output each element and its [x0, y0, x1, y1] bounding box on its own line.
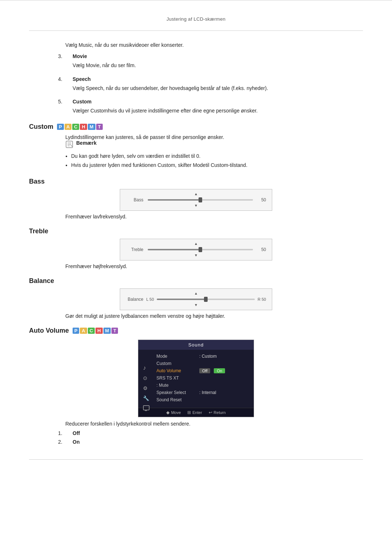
treble-heading-text: Treble: [29, 227, 48, 235]
osd-panel-wrapper: Sound ♪ ⊙: [29, 340, 363, 417]
note-icon: [65, 140, 73, 148]
bass-slider-fill: [148, 199, 200, 201]
osd-key-srs: SRS TS XT: [156, 376, 196, 381]
treble-desc-text: Fremhæver højfrekvenslyd.: [65, 263, 363, 269]
osd-footer-move: ◆ Move: [166, 410, 181, 415]
divider-bottom: [29, 459, 363, 460]
item-5-num: 5.: [58, 99, 73, 104]
custom-heading: Custom P A C H M T: [29, 123, 363, 131]
bass-desc-text: Fremhæver lavfrekvenslyd.: [65, 214, 363, 219]
osd-key-mute: : Mute: [156, 383, 196, 388]
svg-text:🔧: 🔧: [143, 395, 150, 401]
balance-slider-row: Balance L 50 R 50: [126, 297, 266, 302]
osd-key-mode: Mode: [156, 354, 196, 359]
balance-arrow-down: ▼: [194, 303, 198, 307]
osd-row-auto-volume: Auto Volume Off On: [156, 367, 225, 374]
osd-row-mode: Mode : Custom: [156, 353, 225, 360]
av-badge-P: P: [73, 328, 79, 334]
treble-slider-value: 50: [257, 247, 266, 252]
av-item-1-num: 1.: [58, 430, 73, 436]
svg-rect-8: [143, 406, 149, 410]
osd-footer-enter-icon: ⊞: [187, 410, 191, 415]
item-4-num: 4.: [58, 76, 73, 82]
treble-heading: Treble: [29, 227, 363, 235]
item-3-num: 3.: [58, 53, 73, 59]
treble-slider-track[interactable]: [148, 249, 253, 250]
balance-right-label: R 50: [258, 297, 266, 301]
treble-slider-fill: [148, 249, 200, 250]
auto-volume-badge-row: P A C H M T: [73, 328, 118, 334]
item-5: 5. Custom: [58, 99, 363, 104]
osd-val-mode: : Custom: [199, 354, 217, 359]
bass-arrow-up: ▲: [194, 192, 198, 196]
av-item-2-num: 2.: [58, 439, 73, 445]
av-item-2-label: On: [73, 439, 79, 445]
balance-heading: Balance: [29, 277, 363, 285]
osd-row-speaker: Speaker Select : Internal: [156, 389, 225, 396]
osd-body: Mode : Custom Custom Auto Volume Off On …: [138, 350, 232, 408]
osd-icon-settings: ⊙: [143, 374, 151, 381]
auto-volume-heading-text: Auto Volume: [29, 327, 69, 335]
svg-text:⊙: ⊙: [143, 375, 147, 381]
osd-row-srs: SRS TS XT: [156, 374, 225, 382]
bass-heading: Bass: [29, 178, 363, 185]
osd-footer-enter: ⊞ Enter: [187, 410, 202, 415]
osd-val-speaker: : Internal: [199, 390, 216, 395]
balance-slider-track[interactable]: [157, 299, 255, 300]
balance-left-label: L 50: [146, 297, 154, 301]
page-title: Justering af LCD-skærmen: [29, 11, 363, 31]
av-badge-M: M: [103, 328, 111, 334]
item-5-desc: Vælger Customhvis du vil justere indstil…: [73, 107, 363, 115]
badge-C: C: [72, 124, 79, 130]
svg-text:♪: ♪: [143, 365, 146, 370]
osd-footer-move-icon: ◆: [166, 410, 170, 415]
treble-arrow-down: ▼: [194, 254, 198, 257]
osd-option-on: On: [214, 368, 225, 373]
av-badge-H: H: [95, 328, 102, 334]
osd-title: Sound: [138, 340, 254, 350]
custom-body: Lydindstillingerne kan justeres, så de p…: [65, 134, 363, 170]
bullet-list: Du kan godt høre lyden, selv om værdien …: [71, 152, 363, 170]
osd-footer-enter-label: Enter: [192, 410, 202, 415]
item-4: 4. Speech: [58, 76, 363, 82]
osd-key-reset: Sound Reset: [156, 397, 196, 402]
badge-M: M: [88, 124, 95, 130]
balance-desc-text: Gør det muligt at justere lydbalancen me…: [65, 313, 363, 319]
osd-option-off: Off: [199, 368, 210, 373]
av-badge-T: T: [111, 328, 118, 334]
bass-slider-widget: ▲ Bass 50 ▼: [29, 189, 363, 211]
osd-footer-return-icon: ↩: [209, 410, 212, 415]
bass-heading-text: Bass: [29, 178, 45, 185]
osd-icon-music: ♪: [143, 364, 151, 371]
balance-heading-text: Balance: [29, 277, 54, 285]
bass-desc: Fremhæver lavfrekvenslyd.: [65, 214, 363, 219]
osd-icons-col: ♪ ⊙ ⚙ 🔧: [143, 364, 151, 411]
badge-H: H: [80, 124, 87, 130]
balance-slider-thumb: [204, 297, 208, 302]
badge-A: A: [65, 124, 72, 130]
av-item-1: 1. Off: [58, 430, 363, 436]
osd-key-auto-volume: Auto Volume: [156, 368, 196, 373]
treble-slider-row: Treble 50: [126, 247, 266, 252]
treble-slider-label: Treble: [126, 247, 143, 252]
bass-arrow-down: ▼: [194, 204, 198, 208]
treble-desc: Fremhæver højfrekvenslyd.: [65, 263, 363, 269]
balance-arrow-up: ▲: [194, 292, 198, 295]
auto-volume-desc: Reducerer forskellen i lydstyrkekontrol …: [65, 421, 363, 427]
bass-slider-thumb: [199, 197, 202, 202]
item-5-label: Custom: [73, 99, 91, 104]
osd-icon-screen: [143, 405, 151, 411]
note-block: Bemærk: [65, 140, 363, 148]
custom-body-text: Lydindstillingerne kan justeres, så de p…: [65, 134, 363, 140]
bass-slider-track[interactable]: [148, 199, 253, 201]
note-title: Bemærk: [76, 140, 97, 146]
av-item-2: 2. On: [58, 439, 363, 445]
osd-footer: ◆ Move ⊞ Enter ↩ Return: [138, 408, 254, 417]
item-4-desc: Vælg Speech, når du ser udsendelser, der…: [73, 84, 363, 92]
osd-icon-wrench: 🔧: [143, 395, 151, 401]
av-badge-C: C: [88, 328, 95, 334]
osd-key-custom: Custom: [156, 361, 196, 366]
badge-P: P: [57, 124, 64, 130]
osd-panel: Sound ♪ ⊙: [138, 340, 254, 417]
balance-slider-fill: [157, 299, 206, 300]
